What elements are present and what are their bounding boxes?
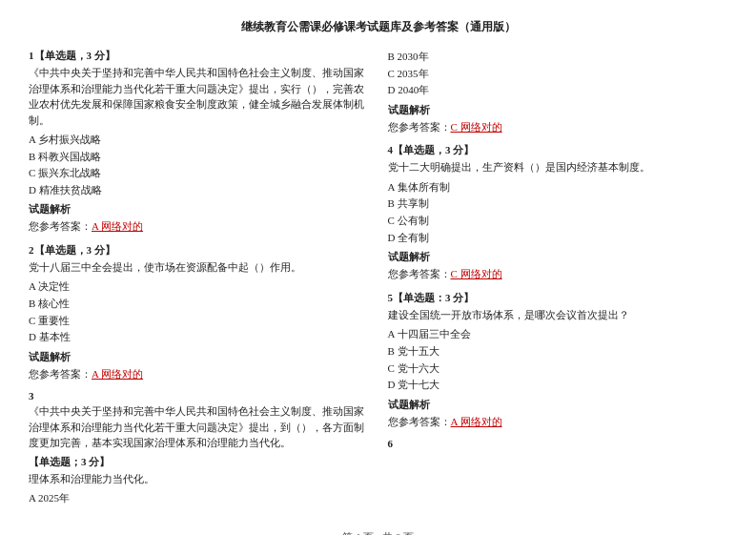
q2-answer: 您参考答案：A 网络对的 <box>29 366 369 383</box>
question-3: 3 《中共中央关于坚持和完善中华人民共和国特色社会主义制度、推动国家治理体系和治… <box>29 390 369 507</box>
q2-option-a: A 决定性 <box>29 278 369 296</box>
question-4: 4【单选题，3 分】 党十二大明确提出，生产资料（）是国内经济基本制度。 A 集… <box>388 143 728 282</box>
q2-analysis-label: 试题解析 <box>29 350 369 364</box>
q1-answer-prefix: 您参考答案： <box>29 220 92 232</box>
q6-header: 6 <box>388 438 728 449</box>
q2-answer-value[interactable]: A 网络对的 <box>92 368 143 380</box>
q2-option-c: C 重要性 <box>29 313 369 330</box>
q4-answer: 您参考答案：C 网络对的 <box>388 266 728 283</box>
q5-option-c: C 党十六大 <box>388 360 728 378</box>
q3-header: 3 <box>29 390 369 401</box>
q2-option-b: B 核心性 <box>29 296 369 313</box>
page-footer: 第 1 页 共 6 页 <box>29 530 727 535</box>
q2-option-d: D 基本性 <box>29 329 369 346</box>
page-title: 继续教育公需课必修课考试题库及参考答案（通用版） <box>29 19 727 35</box>
q3-body2: 理体系和治理能力当代化。 <box>29 471 369 487</box>
q3-option-d: D 2040年 <box>388 82 728 99</box>
q1-option-b: B 科教兴国战略 <box>29 149 369 166</box>
q3-analysis-label: 试题解析 <box>388 103 728 117</box>
q5-answer-value[interactable]: A 网络对的 <box>451 416 502 427</box>
q3-subheader: 《中共中央关于坚持和完善中华人民共和国特色社会主义制度、推动国家治理体系和治理能… <box>29 403 369 451</box>
q1-header: 1【单选题，3 分】 <box>29 49 369 63</box>
q1-option-a: A 乡村振兴战略 <box>29 132 369 149</box>
q4-option-c: C 公有制 <box>388 213 728 230</box>
q2-header: 2【单选题，3 分】 <box>29 243 369 257</box>
q5-option-b: B 党十五大 <box>388 343 728 360</box>
main-content: 1【单选题，3 分】 《中共中央关于坚持和完善中华人民共和国特色社会主义制度、推… <box>29 49 727 515</box>
q4-option-b: B 共享制 <box>388 195 728 213</box>
q4-body: 党十二大明确提出，生产资料（）是国内经济基本制度。 <box>388 159 728 175</box>
q4-answer-prefix: 您参考答案： <box>388 268 451 279</box>
q5-analysis-label: 试题解析 <box>388 398 728 412</box>
right-column: B 2030年 C 2035年 D 2040年 试题解析 您参考答案：C 网络对… <box>388 49 728 515</box>
q1-answer-value[interactable]: A 网络对的 <box>92 220 143 232</box>
q2-answer-prefix: 您参考答案： <box>29 368 92 380</box>
footer-current-page: 第 1 页 <box>342 531 374 535</box>
q1-body: 《中共中央关于坚持和完善中华人民共和国特色社会主义制度、推动国家治理体系和治理能… <box>29 65 369 128</box>
q4-option-a: A 集体所有制 <box>388 179 728 196</box>
q1-analysis-label: 试题解析 <box>29 202 369 216</box>
q4-header: 4【单选题，3 分】 <box>388 143 728 157</box>
question-6: 6 <box>388 438 728 449</box>
question-2: 2【单选题，3 分】 党十八届三中全会提出，使市场在资源配备中起（）作用。 A … <box>29 243 369 382</box>
q3-option-c: C 2035年 <box>388 66 728 83</box>
q1-answer: 您参考答案：A 网络对的 <box>29 218 369 236</box>
q3-right-continuation: B 2030年 C 2035年 D 2040年 试题解析 您参考答案：C 网络对… <box>388 49 728 135</box>
q5-option-a: A 十四届三中全会 <box>388 326 728 343</box>
q3-option-a: A 2025年 <box>29 490 369 507</box>
q5-answer-prefix: 您参考答案： <box>388 416 451 427</box>
q2-body: 党十八届三中全会提出，使市场在资源配备中起（）作用。 <box>29 259 369 276</box>
question-1: 1【单选题，3 分】 《中共中央关于坚持和完善中华人民共和国特色社会主义制度、推… <box>29 49 369 236</box>
q3-answer-prefix: 您参考答案： <box>388 121 451 133</box>
q1-option-c: C 振兴东北战略 <box>29 165 369 182</box>
question-5: 5【单选题：3 分】 建设全国统一开放市场体系，是哪次会议首次提出？ A 十四届… <box>388 291 728 430</box>
q3-option-b: B 2030年 <box>388 49 728 66</box>
q5-option-d: D 党十七大 <box>388 377 728 394</box>
q4-option-d: D 全有制 <box>388 230 728 247</box>
q3-answer-value[interactable]: C 网络对的 <box>451 121 502 133</box>
q5-answer: 您参考答案：A 网络对的 <box>388 414 728 431</box>
q4-answer-value[interactable]: C 网络对的 <box>451 268 502 279</box>
q3-answer: 您参考答案：C 网络对的 <box>388 119 728 136</box>
q4-analysis-label: 试题解析 <box>388 250 728 264</box>
q3-subheader2: 【单选题；3 分】 <box>29 455 369 469</box>
footer-total-pages: 共 6 页 <box>382 531 414 535</box>
q1-option-d: D 精准扶贫战略 <box>29 182 369 199</box>
q5-body: 建设全国统一开放市场体系，是哪次会议首次提出？ <box>388 307 728 323</box>
q5-header: 5【单选题：3 分】 <box>388 291 728 305</box>
left-column: 1【单选题，3 分】 《中共中央关于坚持和完善中华人民共和国特色社会主义制度、推… <box>29 49 369 515</box>
